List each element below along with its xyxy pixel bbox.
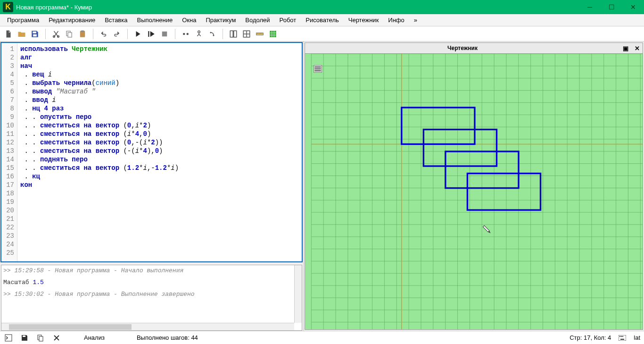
svg-rect-94 <box>467 174 540 210</box>
menu-item-7[interactable]: Робот <box>275 15 301 25</box>
console-log-line: >> 15:29:58 - Новая программа - Начало в… <box>3 267 300 274</box>
menu-item-5[interactable]: Практикум <box>201 15 240 25</box>
menu-item-0[interactable]: Программа <box>3 15 43 25</box>
menubar: ПрограммаРедактированиеВставкаВыполнение… <box>0 14 644 26</box>
svg-point-12 <box>198 31 200 33</box>
drawer-panel-header: Чертежник ▣ ✕ <box>305 42 643 54</box>
sb-steps-label: Выполнено шагов: 44 <box>137 334 198 341</box>
copy-button[interactable] <box>64 28 75 40</box>
minimize-button[interactable]: ─ <box>579 0 601 14</box>
svg-rect-99 <box>39 336 43 341</box>
svg-point-11 <box>187 33 189 35</box>
svg-rect-92 <box>423 129 496 166</box>
step-button[interactable] <box>146 28 157 40</box>
svg-rect-20 <box>256 33 264 35</box>
sb-kbd-layout: lat <box>634 334 640 341</box>
svg-rect-1 <box>33 34 37 36</box>
close-button[interactable]: ✕ <box>622 0 644 14</box>
svg-rect-7 <box>81 30 84 32</box>
code-editor[interactable]: 1234567891011121314151617181920212223242… <box>0 42 303 262</box>
ruler-button[interactable] <box>254 28 265 40</box>
undo-button[interactable] <box>98 28 109 40</box>
save-file-button[interactable] <box>29 28 41 40</box>
sb-analysis-label[interactable]: Анализ <box>84 334 105 341</box>
drawer-panel-title: Чертежник <box>305 45 620 51</box>
svg-rect-5 <box>68 33 72 37</box>
maximize-button[interactable]: ☐ <box>601 0 622 14</box>
breakpoint-button[interactable] <box>180 28 191 40</box>
menu-item-2[interactable]: Вставка <box>100 15 132 25</box>
sb-keyboard-icon[interactable] <box>618 333 627 343</box>
console-log-line: >> 15:30:02 - Новая программа - Выполнен… <box>3 291 300 298</box>
svg-rect-16 <box>234 31 237 37</box>
sb-cursor-pos: Стр: 17, Кол: 4 <box>570 334 611 341</box>
svg-point-10 <box>183 33 185 35</box>
canvas-menu-button[interactable] <box>314 65 322 73</box>
run-button[interactable] <box>132 28 144 40</box>
svg-rect-9 <box>162 31 167 36</box>
layout2-button[interactable] <box>241 28 252 40</box>
cut-button[interactable] <box>50 28 62 40</box>
layout1-button[interactable] <box>228 28 239 40</box>
menu-item-1[interactable]: Редактирование <box>44 15 99 25</box>
toolbar <box>0 26 644 42</box>
stop-button[interactable] <box>159 28 170 40</box>
statusbar: Анализ Выполнено шагов: 44 Стр: 17, Кол:… <box>0 331 644 344</box>
menu-item-9[interactable]: Чертежник <box>344 15 383 25</box>
menu-item-4[interactable]: Окна <box>178 15 200 25</box>
svg-rect-103 <box>622 336 623 337</box>
svg-rect-101 <box>619 336 620 337</box>
sb-copy-icon[interactable] <box>36 333 45 343</box>
menu-item-6[interactable]: Водолей <box>241 15 274 25</box>
menu-item-8[interactable]: Рисователь <box>301 15 343 25</box>
console[interactable]: >> 15:29:58 - Новая программа - Начало в… <box>1 265 302 331</box>
svg-rect-25 <box>270 31 276 37</box>
console-io-line: Масштаб 1.5 <box>3 279 300 286</box>
drawer-canvas[interactable] <box>305 54 643 330</box>
svg-rect-97 <box>23 336 25 337</box>
redo-button[interactable] <box>111 28 123 40</box>
svg-rect-100 <box>619 335 626 341</box>
svg-rect-104 <box>620 339 624 340</box>
grid-button[interactable] <box>267 28 279 40</box>
new-file-button[interactable] <box>3 28 14 40</box>
trace-button[interactable] <box>206 28 218 40</box>
open-file-button[interactable] <box>16 28 27 40</box>
svg-rect-0 <box>33 31 37 33</box>
drawer-close-button[interactable]: ✕ <box>631 45 643 52</box>
svg-rect-8 <box>148 31 149 37</box>
menu-item-10[interactable]: Инфо <box>384 15 408 25</box>
console-vscroll[interactable] <box>294 265 302 323</box>
code-area[interactable]: использовать Чертежникалгнач . вещ i . в… <box>17 43 182 261</box>
menu-item-11[interactable]: » <box>410 15 421 25</box>
sb-save-icon[interactable] <box>20 333 29 343</box>
svg-rect-102 <box>621 336 622 337</box>
svg-rect-15 <box>230 31 233 37</box>
sb-delete-icon[interactable] <box>52 333 61 343</box>
sb-console-icon[interactable] <box>4 333 13 343</box>
paste-button[interactable] <box>77 28 88 40</box>
window-title: Новая программа* - Кумир <box>16 4 579 11</box>
algorithm-button[interactable] <box>193 28 205 40</box>
svg-rect-95 <box>483 226 489 232</box>
line-gutter: 1234567891011121314151617181920212223242… <box>1 43 17 261</box>
svg-rect-91 <box>402 108 475 144</box>
titlebar: K Новая программа* - Кумир ─ ☐ ✕ <box>0 0 644 14</box>
app-icon: K <box>3 2 13 12</box>
drawer-maximize-button[interactable]: ▣ <box>620 45 631 52</box>
svg-rect-96 <box>5 335 12 341</box>
console-hscroll[interactable] <box>1 323 294 330</box>
menu-item-3[interactable]: Выполнение <box>132 15 177 25</box>
